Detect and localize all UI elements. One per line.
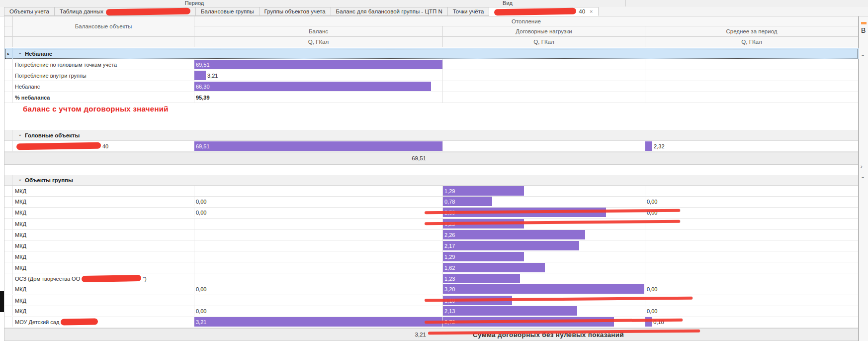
table-row[interactable]: % небаланса95,39	[4, 92, 859, 103]
value-bar: 2,13	[443, 306, 577, 316]
balance-cell: 0,00	[194, 284, 443, 294]
row-indicator-cell	[4, 295, 13, 306]
period-average-cell	[645, 229, 859, 240]
group-row-головные-объекты[interactable]: ⌄Головные объекты	[4, 130, 859, 141]
row-indicator-cell	[4, 197, 13, 206]
bar-value-label: 1,62	[443, 265, 455, 271]
value-label: 2,32	[652, 143, 664, 149]
row-label-cell: Потребление по головным точкам учёта	[13, 59, 194, 70]
value-bar: 2,17	[443, 241, 579, 250]
tab-группы-объектов-учета[interactable]: Группы объектов учета	[260, 7, 331, 16]
tab-точки-учёта[interactable]: Точки учёта	[448, 7, 490, 16]
tab-redacted[interactable]: 40×	[489, 7, 598, 16]
group-row-небаланс[interactable]: ▸⌄Небаланс	[4, 48, 859, 59]
table-row[interactable]: Потребление по головным точкам учёта69,5…	[4, 59, 859, 70]
value-bar: 3,21	[194, 317, 442, 327]
row-label: МКД	[15, 210, 26, 216]
blank-band: баланс с учтом договорных значений	[4, 103, 859, 130]
value-label: 0,00	[194, 210, 206, 216]
row-indicator-cell	[4, 92, 13, 103]
value-bar: 69,51	[194, 60, 442, 69]
contract-load-cell: 0,78	[443, 197, 645, 206]
tab-баланс-для-балансовой-группы-цтп-n[interactable]: Баланс для балансовой группы - ЦТП N	[331, 7, 448, 16]
row-label-cell: ОСЗ (Дом творчества ОО")	[13, 273, 194, 284]
row-label-cell: МКД	[13, 240, 194, 251]
header-indicator-cell	[4, 16, 13, 26]
balance-cell: 66,30	[194, 81, 443, 92]
row-label: МКД	[15, 254, 26, 260]
table-row[interactable]: 4069,512,32	[4, 141, 859, 152]
row-label: 40	[102, 143, 108, 149]
table-row[interactable]: МКД1,29	[4, 251, 859, 262]
row-label: ОСЗ (Дом творчества ОО	[15, 276, 80, 282]
row-label: Небаланс	[15, 84, 40, 90]
table-row[interactable]: МКД1,29	[4, 186, 859, 197]
balance-annotation: баланс с учтом договорных значений	[23, 105, 169, 113]
balance-cell: 0,00	[194, 208, 443, 217]
row-label-cell: МКД	[13, 262, 194, 273]
table-row[interactable]: Потребление внутри группы3,21	[4, 70, 859, 81]
value-bar: 1,29	[443, 252, 524, 261]
header-label: Отопление	[512, 18, 541, 24]
tab-таблица-данных[interactable]: Таблица данных	[55, 7, 196, 16]
row-indicator-cell	[4, 306, 13, 316]
chevron-right-icon[interactable]: ›	[861, 163, 863, 169]
right-side-panel[interactable]: В ⌄ › ⌄	[858, 16, 868, 341]
header-otoplenie: Отопление	[194, 16, 859, 26]
summary-value: 3,21	[415, 332, 426, 338]
table-row[interactable]: МКД1,62	[4, 262, 859, 273]
period-average-cell: 0,00	[645, 284, 859, 294]
tab-label: Таблица данных	[60, 8, 103, 14]
table-row[interactable]: МКД0,002,130,00	[4, 306, 859, 317]
bar-value-label: 1,29	[443, 254, 455, 260]
chevron-down-icon[interactable]: ⌄	[861, 51, 865, 58]
balance-cell	[194, 229, 443, 240]
period-average-cell: 0,00	[645, 197, 859, 206]
tab-label: Группы объектов учета	[264, 8, 326, 14]
balance-cell	[194, 251, 443, 262]
bar-value-label: 2,17	[443, 243, 455, 249]
contract-load-cell	[443, 141, 645, 151]
balance-cell: 69,51	[194, 59, 443, 70]
chevron-down-icon[interactable]: ⌄	[18, 176, 22, 182]
chevron-down-icon[interactable]: ⌄	[18, 131, 22, 137]
panel-accent-mark	[861, 22, 867, 24]
row-label: МКД	[15, 221, 26, 227]
row-indicator-cell	[4, 175, 13, 185]
header-label: Q, ГКал	[308, 39, 329, 45]
balance-grid: Балансовые объектыОтоплениеБалансДоговор…	[4, 16, 859, 341]
balance-cell	[194, 273, 443, 284]
value-bar: 1,29	[443, 186, 524, 196]
value-label: 0,00	[645, 199, 657, 205]
table-row[interactable]: Небаланс66,30	[4, 81, 859, 92]
table-row[interactable]: МКД0,003,200,00	[4, 284, 859, 295]
group-row-body: ⌄Небаланс	[13, 48, 859, 59]
bar-value-label: 3,21	[194, 319, 206, 325]
table-row[interactable]: МКД2,17	[4, 240, 859, 251]
balance-cell	[194, 186, 443, 196]
row-indicator-cell	[4, 317, 13, 327]
table-row[interactable]: МКД0,000,780,00	[4, 197, 859, 208]
group-row-объекты-группы[interactable]: ⌄Объекты группы	[4, 175, 859, 186]
table-row[interactable]: ОСЗ (Дом творчества ОО")1,23	[4, 273, 859, 284]
balance-cell: 0,00	[194, 197, 443, 206]
value-bar	[194, 71, 206, 80]
chevron-down-icon[interactable]: ⌄	[861, 173, 865, 180]
ribbon-group-label: Вид	[493, 0, 522, 6]
chevron-down-icon[interactable]: ⌄	[18, 50, 22, 55]
summary-label-cell	[13, 152, 194, 164]
table-row[interactable]: МКД2,26	[4, 229, 859, 240]
tab-close-icon[interactable]: ×	[588, 8, 593, 14]
row-label: МОУ Детский сад	[15, 319, 59, 325]
contract-load-cell: 1,62	[443, 262, 645, 273]
tab-объекты-учета[interactable]: Объекты учета	[4, 7, 55, 16]
row-label: ")	[143, 276, 147, 282]
header-unit: Q, ГКал	[443, 37, 645, 47]
value-label: 0,00	[194, 286, 206, 292]
grid-header: Балансовые объектыОтоплениеБалансДоговор…	[4, 16, 859, 47]
row-label: МКД	[15, 308, 26, 314]
row-label-cell: Небаланс	[13, 81, 194, 92]
tab-балансовые-группы[interactable]: Балансовые группы	[196, 7, 260, 16]
period-average-cell: 2,32	[645, 141, 859, 151]
value-label: 0,00	[645, 308, 657, 314]
